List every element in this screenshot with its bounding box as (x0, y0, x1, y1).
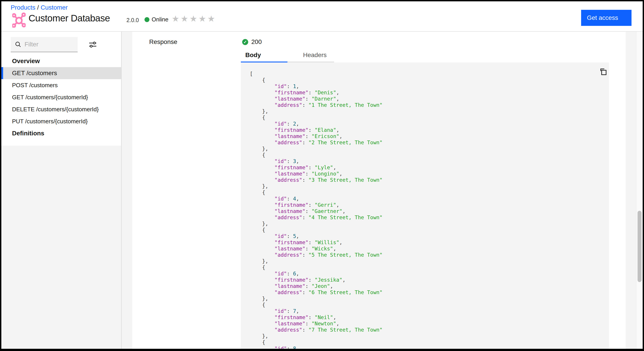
breadcrumb-products-link[interactable]: Products (11, 4, 36, 11)
sidebar-item-definitions[interactable]: Definitions (1, 127, 121, 139)
filter-input[interactable] (24, 41, 74, 48)
screenshot-frame: Products/Customer Customer Database 2.0.… (0, 0, 644, 351)
status-code: 200 (251, 38, 262, 46)
copy-icon[interactable] (598, 68, 608, 76)
filter-field (11, 37, 78, 52)
breadcrumb-separator: / (36, 4, 41, 11)
page-scrollbar-thumb[interactable] (638, 211, 642, 282)
response-body-panel: [ { "id": 1, "firstname": "Denis", "last… (241, 62, 609, 349)
api-version: 2.0.0 (126, 17, 139, 24)
search-icon (15, 41, 22, 48)
online-label: Online (152, 16, 168, 23)
sidebar-item-get-customers[interactable]: GET /customers (1, 67, 121, 79)
sidebar-item-put-customer[interactable]: PUT /customers/{customerId} (1, 115, 121, 127)
sidebar-item-get-customer-by-id[interactable]: GET /customers/{customerId} (1, 91, 121, 103)
response-section-label: Response (149, 38, 177, 46)
content-scrollbar-gutter[interactable] (626, 32, 636, 349)
star-rating[interactable]: ★★★★★ (172, 14, 216, 24)
sidebar: Overview GET /customers POST /customers … (1, 32, 121, 146)
api-portal-page: Products/Customer Customer Database 2.0.… (1, 1, 643, 349)
response-tabs: Body Headers (241, 52, 334, 62)
settings-adjust-icon[interactable] (89, 40, 97, 48)
get-access-button[interactable]: Get access (581, 10, 632, 26)
sidebar-divider (121, 32, 122, 349)
sidebar-item-post-customers[interactable]: POST /customers (1, 79, 121, 91)
page-header: Products/Customer Customer Database 2.0.… (1, 1, 643, 32)
online-dot-icon (144, 17, 150, 22)
product-logo-icon (12, 12, 26, 28)
tab-body[interactable]: Body (241, 52, 288, 62)
success-check-icon: ✓ (242, 39, 248, 45)
breadcrumb-customer-link[interactable]: Customer (40, 4, 68, 11)
response-body-code: [ { "id": 1, "firstname": "Denis", "last… (250, 71, 382, 349)
sidebar-item-overview[interactable]: Overview (1, 55, 121, 67)
status-indicator: Online (144, 16, 168, 23)
breadcrumb: Products/Customer (11, 4, 68, 11)
page-scrollbar-track[interactable] (636, 32, 643, 349)
tab-headers[interactable]: Headers (288, 52, 334, 62)
response-status: ✓ 200 (242, 38, 262, 46)
sidebar-item-delete-customer[interactable]: DELETE /customers/{customerId} (1, 103, 121, 115)
page-title: Customer Database (28, 13, 110, 24)
endpoint-nav: Overview GET /customers POST /customers … (1, 55, 121, 139)
